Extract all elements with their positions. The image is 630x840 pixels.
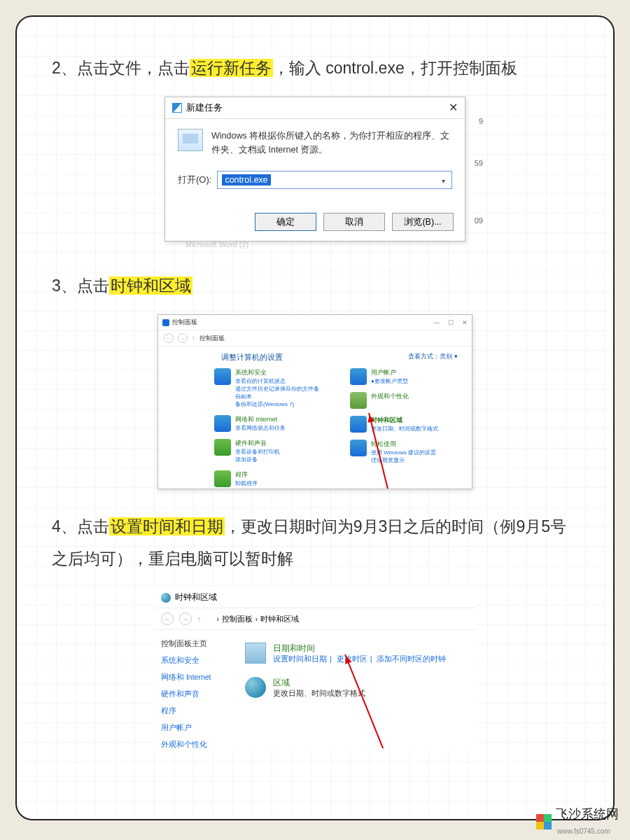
cat-ease-of-access[interactable]: 轻松使用使用 Windows 建议的设置 优化视觉显示	[350, 440, 458, 464]
link-add-clocks[interactable]: 添加不同时区的时钟	[377, 654, 446, 663]
nav-up-icon[interactable]: ↑	[192, 335, 195, 342]
step2-textB: ，输入 control.exe，打开控制面板	[273, 59, 517, 77]
monitor-icon	[350, 392, 367, 409]
step4-highlight: 设置时间和日期	[109, 517, 225, 536]
step4-text: 4、点击设置时间和日期，更改日期时间为9月3日之后的时间（例9月5号之后均可），…	[52, 510, 578, 575]
cat-system-security[interactable]: 系统和安全查看你的计算机状态 通过文件历史记录保存你的文件备份副本 备份和还原(…	[214, 368, 322, 408]
sidebar-link[interactable]: 系统和安全	[161, 656, 238, 666]
breadcrumb-parent[interactable]: 控制面板	[222, 614, 253, 624]
breadcrumb[interactable]: 控制面板	[200, 334, 225, 343]
accessibility-icon	[350, 440, 367, 456]
calendar-clock-icon	[245, 643, 266, 664]
section-date-time: 日期和时间 设置时间和日期| 更改时区| 添加不同时区的时钟	[245, 643, 469, 664]
breadcrumb-icon	[207, 615, 214, 622]
globe-icon	[245, 677, 266, 698]
cp-right-column: 用户帐户●更改帐户类型 外观和个性化 时钟和区域更改日期、时间或数字格式 轻松使…	[350, 368, 458, 487]
cat-programs[interactable]: 程序卸载程序	[214, 470, 322, 487]
sidebar-link[interactable]: 用户帐户	[161, 723, 238, 733]
dialog-title: 新建任务	[186, 102, 223, 114]
cat-user-accounts[interactable]: 用户帐户●更改帐户类型	[350, 368, 458, 385]
minimize-icon[interactable]: —	[433, 319, 440, 326]
open-label: 打开(O):	[178, 174, 211, 186]
brand-logo-icon	[536, 814, 552, 830]
new-task-dialog: 9 59 09 新建任务 ✕ Windows 将根据你所键入的名称，为你打开相应…	[164, 97, 465, 241]
clock-globe-icon	[161, 593, 171, 603]
edge-number: 09	[475, 216, 483, 225]
nav-fwd-icon[interactable]: →	[178, 333, 188, 343]
step2-screenshot-wrap: 9 59 09 新建任务 ✕ Windows 将根据你所键入的名称，为你打开相应…	[52, 97, 578, 248]
chevron-down-icon[interactable]: ▾	[438, 175, 449, 186]
sidebar-link[interactable]: 硬件和声音	[161, 690, 238, 699]
step2-textA: 2、点击文件，点击	[52, 59, 190, 77]
close-icon[interactable]: ✕	[462, 319, 468, 326]
cp-left-column: 系统和安全查看你的计算机状态 通过文件历史记录保存你的文件备份副本 备份和还原(…	[214, 368, 322, 487]
nav-back-icon[interactable]: ←	[161, 612, 174, 625]
step3-text: 3、点击时钟和区域	[52, 270, 578, 302]
sidebar-link[interactable]: 外观和个性化	[161, 740, 238, 748]
breadcrumb-current[interactable]: 时钟和区域	[260, 614, 299, 624]
edge-number: 59	[475, 159, 483, 167]
link-change-tz[interactable]: 更改时区	[337, 654, 368, 663]
viewby-dropdown[interactable]: 查看方式：类别 ▾	[408, 352, 458, 363]
dialog-titlebar: 新建任务 ✕	[165, 97, 465, 119]
link-set-time-date[interactable]: 设置时间和日期	[273, 654, 327, 663]
sep: |	[370, 654, 372, 663]
ok-button[interactable]: 确定	[255, 213, 316, 231]
brand-name: 飞沙系统网	[556, 807, 619, 821]
section-title[interactable]: 日期和时间	[273, 643, 449, 654]
sidebar-link[interactable]: 网络和 Internet	[161, 673, 238, 682]
close-icon[interactable]: ✕	[449, 102, 458, 113]
step4-screenshot-wrap: 时钟和区域 ← → ↑ › 控制面板 › 时钟和区域 控制面板主页 系统和安全	[52, 587, 578, 748]
edge-number: 9	[479, 117, 483, 125]
step2-highlight: 运行新任务	[190, 59, 273, 77]
window-title: 时钟和区域	[175, 592, 217, 603]
user-icon	[350, 368, 367, 385]
control-panel-window: 控制面板 — ☐ ✕ ← → ↑ 控制面板 调整计算机的设置 查看方式：类别 ▾…	[158, 314, 472, 489]
cancel-button[interactable]: 取消	[323, 213, 385, 231]
cat-appearance[interactable]: 外观和个性化	[350, 392, 458, 409]
step3-screenshot-wrap: 控制面板 — ☐ ✕ ← → ↑ 控制面板 调整计算机的设置 查看方式：类别 ▾…	[52, 314, 578, 489]
sidebar-link[interactable]: 程序	[161, 706, 238, 716]
brand-url: www.fs0745.com	[557, 827, 610, 835]
browse-button[interactable]: 浏览(B)...	[392, 213, 454, 231]
document-card: 2、点击文件，点击运行新任务，输入 control.exe，打开控制面板 9 5…	[15, 15, 615, 820]
control-panel-icon	[162, 319, 169, 326]
open-value: control.exe	[222, 174, 270, 186]
cp-sidebar: 控制面板主页 系统和安全 网络和 Internet 硬件和声音 程序 用户帐户 …	[154, 630, 238, 748]
run-program-icon	[178, 129, 203, 151]
window-title: 控制面板	[172, 318, 197, 327]
cat-hardware-sound[interactable]: 硬件和声音查看设备和打印机 添加设备	[214, 439, 322, 463]
dialog-description: Windows 将根据你所键入的名称，为你打开相应的程序、文件夹、文档或 Int…	[211, 129, 452, 157]
section-region: 区域 更改日期、时间或数字格式	[245, 677, 469, 699]
cp-main-area: 日期和时间 设置时间和日期| 更改时区| 添加不同时区的时钟 区域	[238, 630, 476, 748]
sep: |	[330, 654, 332, 663]
nav-back-icon[interactable]: ←	[164, 333, 174, 343]
open-combobox[interactable]: control.exe ▾	[217, 171, 452, 189]
nav-up-icon[interactable]: ↑	[197, 615, 202, 623]
cat-network-internet[interactable]: 网络和 Internet查看网络状态和任务	[214, 415, 322, 432]
windows-run-icon	[172, 103, 182, 113]
box-icon	[214, 470, 231, 487]
globe-icon	[214, 415, 231, 432]
step3-textA: 3、点击	[52, 276, 109, 295]
step2-text: 2、点击文件，点击运行新任务，输入 control.exe，打开控制面板	[52, 52, 578, 84]
clock-region-window: 时钟和区域 ← → ↑ › 控制面板 › 时钟和区域 控制面板主页 系统和安全	[154, 587, 476, 748]
clock-globe-icon	[350, 416, 367, 433]
region-subtext[interactable]: 更改日期、时间或数字格式	[273, 689, 365, 697]
dialog-background-leak: Microsoft Word (2)	[164, 240, 465, 248]
nav-fwd-icon[interactable]: →	[179, 612, 192, 625]
breadcrumb: › 控制面板 › 时钟和区域	[207, 614, 300, 624]
maximize-icon[interactable]: ☐	[448, 319, 454, 326]
site-brand: 飞沙系统网 www.fs0745.com	[536, 806, 619, 837]
sidebar-header[interactable]: 控制面板主页	[161, 638, 238, 649]
shield-icon	[214, 368, 231, 385]
adjust-settings-header: 调整计算机的设置	[221, 352, 283, 363]
printer-icon	[214, 439, 231, 456]
step4-textA: 4、点击	[52, 517, 109, 536]
step3-highlight: 时钟和区域	[109, 276, 192, 295]
